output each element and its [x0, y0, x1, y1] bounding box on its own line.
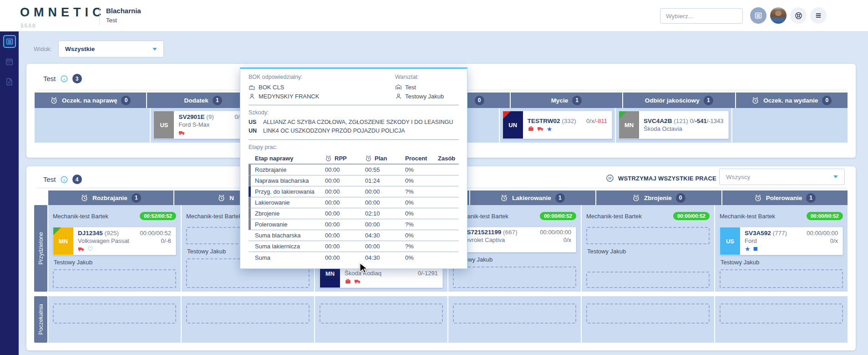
alarm-icon [365, 155, 372, 162]
empty-drop-slot[interactable] [186, 304, 310, 324]
status-tag: US [154, 111, 174, 139]
stage-marker [249, 186, 251, 197]
column-count: 1 [704, 96, 713, 105]
cell-waiting-1 [48, 296, 181, 343]
cell-waiting-4 [448, 296, 581, 343]
vehicle-card-dj12345[interactable]: MN DJ12345 (925) 00:00/00:52 Volkswagen … [53, 227, 176, 255]
column-header-rozbrajanie[interactable]: Rozbrajanie 1 [48, 190, 173, 205]
mechanic-name: Mechanik-test Bartek [720, 213, 775, 220]
column-header-oczek-na-wydanie[interactable]: Oczek. na wydanie 0 [736, 93, 848, 108]
empty-drop-slot[interactable] [453, 304, 576, 324]
vehicle-name: Volkswagen Passat [78, 237, 129, 244]
worker-name: Testowy Jakub [586, 248, 710, 255]
page-title: Blacharnia [106, 7, 141, 15]
alarm-icon [218, 194, 225, 202]
cell-waiting-3 [315, 296, 447, 343]
empty-drop-slot[interactable] [53, 304, 176, 324]
row-label-przydzielone: Przydzielone [34, 205, 47, 292]
column-header-polerowanie[interactable]: Polerowanie 1 [722, 190, 848, 205]
empty-drop-slot[interactable] [586, 272, 710, 288]
column-count: 1 [572, 96, 582, 105]
stage-row: Naprawa blacharska 00:00 01:24 0% [249, 175, 459, 186]
column-header-lakierowanie[interactable]: Lakierowanie 1 [470, 190, 595, 205]
pause-circle-icon [605, 174, 614, 183]
vehicle-card-sv2901e[interactable]: US SV2901E (9) 0/ Ford S-Max [153, 111, 244, 139]
cell-waiting-6 [715, 296, 848, 343]
left-sidebar [0, 31, 19, 355]
garage-icon [395, 84, 402, 91]
empty-drop-slot[interactable] [720, 304, 843, 324]
stage-marker [249, 197, 251, 208]
sidebar-item-board[interactable] [0, 31, 19, 51]
user-avatar[interactable] [770, 7, 787, 24]
worker-name: Testowy Jakub [453, 256, 576, 263]
empty-drop-slot[interactable] [453, 267, 576, 288]
stage-row: Lakierowanie 00:00 00:00 0% [249, 197, 459, 208]
help-button[interactable] [790, 7, 807, 24]
alarm-icon [632, 194, 640, 202]
column-header-zbrojenie[interactable]: Zbrojenie 0 [596, 190, 721, 205]
column-count: 0 [822, 96, 832, 105]
stage-row: Zbrojenie 00:00 02:10 0% [249, 208, 459, 219]
sidebar-item-report[interactable] [0, 72, 19, 92]
warsztat-label: Warsztat: [395, 74, 459, 80]
sidebar-item-calendar[interactable] [0, 51, 19, 72]
assignee-filter-dropdown[interactable]: Wszyscy [719, 169, 845, 185]
mechanic-row: Mechanik-test Bartek 00:00/00:52 [453, 209, 576, 223]
stages-table: Etap naprawy RPP Plan Procent Zasób Rozb… [249, 153, 459, 263]
vehicle-card-sv3a592[interactable]: US SV3A592 (777) 00:00/00:00 Ford 0/x ★ … [720, 227, 843, 255]
brand-logo: OMNETIC [20, 5, 106, 20]
calendar-icon [5, 55, 14, 68]
damage-line: UN LINK4 OC USZKODZONY PRZÓD POJAZDU POL… [249, 127, 459, 135]
briefcase-icon [345, 278, 351, 285]
column-header-mycie[interactable]: Mycie 1 [511, 93, 622, 108]
pause-all-works-button[interactable]: WSTRZYMAJ WSZYSTKIE PRACE [605, 174, 716, 183]
info-icon[interactable] [60, 75, 68, 83]
briefcase-icon [528, 125, 534, 132]
mechanic-name: Mechanik-test Bartek [53, 213, 108, 220]
info-icon[interactable] [60, 175, 68, 184]
vehicle-card-pgs721521199[interactable]: PGS721521199 (667) 00:00/00:00 Chevrolet… [453, 227, 576, 252]
person-icon [395, 93, 402, 100]
alarm-icon [751, 97, 759, 104]
section2-count-badge: 4 [72, 175, 82, 184]
popup-divider [249, 139, 459, 140]
row-label-poczekalnia: Poczekalnia [34, 296, 47, 343]
vehicle-card-testrw02[interactable]: UN TESTRW02 (332) 0/x/-811 ★ [503, 111, 612, 139]
empty-drop-slot[interactable] [720, 269, 843, 288]
mechanic-row: Mechanik-test Bartek 00:52/00:52 [53, 209, 176, 223]
time-pill: 00:00/00:52 [540, 212, 576, 220]
bok-name: BOK CLS [259, 84, 284, 91]
column-count: 0 [121, 96, 131, 105]
section2-title: Test [43, 175, 56, 183]
menu-button[interactable] [810, 7, 827, 24]
view-filter-value: Wszystkie [65, 46, 95, 52]
empty-drop-slot[interactable] [586, 304, 710, 324]
worker-name: Testowy Jakub [53, 259, 176, 266]
column-header-odbior-jakosciowy[interactable]: Odbiór jakościowy 1 [623, 93, 735, 108]
szkody-label: Szkody: [249, 109, 459, 116]
cell-zbrojenie: Mechanik-test Bartek 00:00/00:52 Testowy… [582, 205, 714, 292]
status-tag: MN [619, 111, 639, 139]
tow-truck-icon [537, 125, 544, 132]
tow-truck-icon [178, 129, 185, 136]
worker-name: Testowy Jakub [720, 259, 843, 266]
stages-table-header: Etap naprawy RPP Plan Procent Zasób [249, 153, 459, 165]
time-pill: 00:00/00:52 [807, 212, 843, 220]
search-input[interactable] [660, 13, 750, 20]
grid-rows-button[interactable] [750, 7, 766, 24]
vehicle-card-svc4a2b[interactable]: MN SVC4A2B (121) 0/-541/-1343 Škoda Octa… [619, 111, 728, 139]
stage-marker [249, 252, 251, 263]
lane-cell-empty [35, 108, 150, 143]
tow-truck-icon [354, 278, 361, 285]
column-header-oczek-na-naprawe[interactable]: Oczek. na naprawę 0 [35, 93, 146, 108]
global-search[interactable] [660, 8, 743, 24]
lane-cell-odbior: MN SVC4A2B (121) 0/-541/-1343 Škoda Octa… [616, 108, 731, 143]
empty-drop-slot[interactable] [586, 227, 710, 244]
lane-cell-mycie: UN TESTRW02 (332) 0/x/-811 ★ [500, 108, 615, 143]
alarm-icon [754, 194, 762, 202]
empty-drop-slot[interactable] [53, 269, 176, 288]
empty-drop-slot[interactable] [320, 304, 443, 324]
view-filter-dropdown[interactable]: Wszystkie [58, 41, 164, 57]
cell-polerowanie: Mechanik-test Bartek 00:00/00:52 US SV3A… [715, 205, 848, 292]
